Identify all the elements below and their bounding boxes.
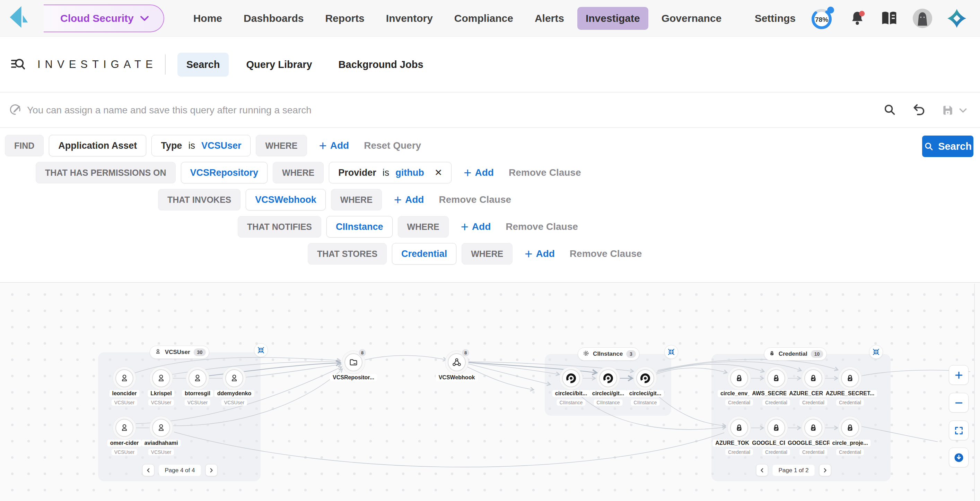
collapse-group-button[interactable] <box>664 345 678 359</box>
search-button[interactable]: Search <box>922 136 974 157</box>
collapse-icon <box>873 348 880 355</box>
graph-node-azure-token[interactable] <box>730 419 748 437</box>
node-type-label: CIInstance <box>557 399 585 406</box>
settings-link[interactable]: Settings <box>755 13 795 24</box>
node-type-label: Credential <box>725 449 753 455</box>
nav-item-reports[interactable]: Reports <box>317 7 372 30</box>
download-button[interactable] <box>949 448 969 467</box>
query-keyword-chip[interactable]: THAT HAS PERMISSIONS ON <box>36 162 176 183</box>
graph-node-btorresgil[interactable] <box>189 369 207 387</box>
entity-chip-application-asset[interactable]: Application Asset <box>49 135 146 156</box>
graph-node-circleci-bit[interactable] <box>562 369 580 387</box>
group-count-badge: 10 <box>811 350 823 358</box>
entity-chip-credential[interactable]: Credential <box>392 243 457 265</box>
filter-chip[interactable]: Providerisgithub✕ <box>329 162 452 183</box>
reset-query-button[interactable]: Reset Query <box>364 140 421 151</box>
page-prev-button[interactable] <box>756 464 768 476</box>
entity-chip-vcswebhook[interactable]: VCSWebhook <box>246 189 326 211</box>
zoom-out-button[interactable] <box>949 393 969 413</box>
graph-node-lkrispel[interactable] <box>152 369 170 387</box>
nav-item-investigate[interactable]: Investigate <box>578 7 648 30</box>
query-results-graph[interactable]: leonciderVCSUserLkrispelVCSUserbtorresgi… <box>0 284 980 501</box>
undo-icon[interactable] <box>912 103 925 118</box>
graph-node-circleci-git[interactable] <box>599 369 617 387</box>
graph-node-circleci-git[interactable] <box>636 369 654 387</box>
search-icon[interactable] <box>883 103 896 118</box>
graph-node-google-crede[interactable] <box>767 419 785 437</box>
add-clause-button[interactable]: +Add <box>464 167 494 179</box>
page-next-button[interactable] <box>205 464 217 476</box>
download-icon <box>954 452 964 463</box>
query-keyword-chip[interactable]: THAT NOTIFIES <box>238 216 321 238</box>
tab-search[interactable]: Search <box>177 53 229 77</box>
remove-clause-button[interactable]: Remove Clause <box>570 248 642 259</box>
progress-value: 78% <box>815 16 828 24</box>
group-pill-vcsuser[interactable]: VCSUser30 <box>150 346 209 359</box>
graph-node-omer-cider[interactable] <box>115 419 134 437</box>
group-pill-ciinstance[interactable]: CIInstance3 <box>578 348 640 361</box>
filter-chip[interactable]: TypeisVCSUser <box>151 135 251 156</box>
save-query-button[interactable] <box>941 104 968 117</box>
graph-node-ddemydenko[interactable] <box>225 369 243 387</box>
tab-query-library[interactable]: Query Library <box>237 53 321 77</box>
query-keyword-chip[interactable]: WHERE <box>273 162 324 183</box>
add-label: Add <box>536 248 554 259</box>
collapse-group-button[interactable] <box>869 345 883 359</box>
platform-logo-icon[interactable] <box>947 8 967 29</box>
node-label: circleci/git... <box>627 390 664 397</box>
nav-item-home[interactable]: Home <box>185 7 231 30</box>
graph-node-aviadhahami[interactable] <box>152 419 170 437</box>
group-pill-credential[interactable]: Credential10 <box>764 348 827 361</box>
node-type-label: VCSUser <box>111 449 137 455</box>
docs-book-icon[interactable] <box>880 10 898 26</box>
graph-node-aws-secret-a[interactable] <box>767 369 785 387</box>
graph-node-vcswebhook[interactable]: 8 <box>448 353 466 371</box>
page-prev-button[interactable] <box>142 464 154 476</box>
add-clause-button[interactable]: +Add <box>319 140 349 152</box>
usage-progress-ring[interactable]: 78% <box>810 6 834 30</box>
query-keyword-chip[interactable]: FIND <box>5 135 44 156</box>
tab-background-jobs[interactable]: Background Jobs <box>329 53 433 77</box>
graph-node-azure-cerede[interactable] <box>804 369 822 387</box>
chevron-right-icon <box>822 467 828 473</box>
query-keyword-chip[interactable]: THAT STORES <box>308 243 387 265</box>
nav-item-governance[interactable]: Governance <box>653 7 730 30</box>
collapse-group-button[interactable] <box>254 343 268 357</box>
fullscreen-button[interactable] <box>949 421 969 440</box>
group-label: CIInstance <box>593 351 623 357</box>
close-icon[interactable]: ✕ <box>434 167 442 178</box>
graph-node-circle-env-v[interactable] <box>730 369 748 387</box>
entity-chip-vcsrepository[interactable]: VCSRepository <box>181 162 268 183</box>
query-name-input[interactable]: You can assign a name and save this quer… <box>27 105 312 116</box>
nav-item-inventory[interactable]: Inventory <box>378 7 441 30</box>
query-keyword-chip[interactable]: WHERE <box>398 216 449 238</box>
add-clause-button[interactable]: +Add <box>525 248 555 260</box>
plus-icon: + <box>464 167 471 179</box>
entity-chip-ciinstance[interactable]: CIInstance <box>326 216 393 238</box>
remove-clause-button[interactable]: Remove Clause <box>506 221 578 232</box>
query-row-3: THAT INVOKESVCSWebhookWHERE+AddRemove Cl… <box>0 189 980 211</box>
remove-clause-button[interactable]: Remove Clause <box>509 167 581 178</box>
nav-item-alerts[interactable]: Alerts <box>527 7 573 30</box>
nav-item-dashboards[interactable]: Dashboards <box>235 7 312 30</box>
query-keyword-chip[interactable]: WHERE <box>331 189 382 211</box>
user-avatar[interactable] <box>913 9 932 28</box>
graph-node-azure-secret[interactable] <box>841 369 859 387</box>
add-clause-button[interactable]: +Add <box>394 194 424 206</box>
graph-node-leoncider[interactable] <box>115 369 134 387</box>
query-keyword-chip[interactable]: WHERE <box>461 243 512 265</box>
query-keyword-chip[interactable]: WHERE <box>256 135 307 156</box>
notifications-bell-icon[interactable] <box>849 10 865 27</box>
page-next-button[interactable] <box>819 464 831 476</box>
filter-part: Type <box>161 140 182 151</box>
zoom-in-button[interactable] <box>949 365 969 385</box>
remove-clause-button[interactable]: Remove Clause <box>439 194 511 205</box>
graph-node-circle-proje[interactable] <box>841 419 859 437</box>
investigate-search-list-icon[interactable] <box>10 56 26 73</box>
product-switcher[interactable]: Cloud Security <box>44 5 164 32</box>
graph-node-vcsrepositor[interactable]: 8 <box>344 353 363 371</box>
query-keyword-chip[interactable]: THAT INVOKES <box>158 189 240 211</box>
add-clause-button[interactable]: +Add <box>461 221 491 233</box>
graph-node-google-secre[interactable] <box>804 419 822 437</box>
nav-item-compliance[interactable]: Compliance <box>446 7 522 30</box>
